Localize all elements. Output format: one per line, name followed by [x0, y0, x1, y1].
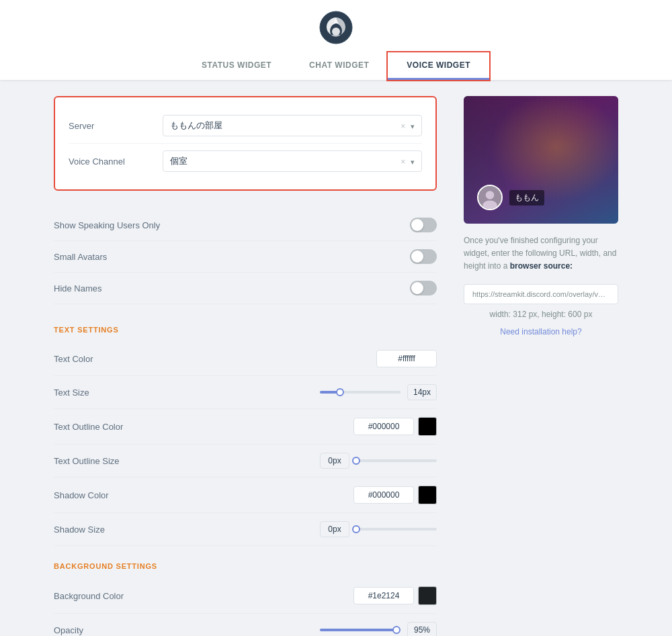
opacity-fill [320, 629, 396, 631]
shadow-size-track[interactable] [356, 528, 437, 531]
channel-arrow-icon: ▾ [411, 158, 415, 166]
opacity-group: 95% [320, 622, 437, 636]
tab-chat[interactable]: CHAT WIDGET [290, 52, 388, 80]
info-text: Once you've finished configuring your wi… [464, 234, 618, 273]
shadow-size-group: 0px [320, 521, 437, 537]
avatar-name: ももん [509, 190, 544, 206]
text-outline-color-group [353, 417, 437, 436]
text-shadow-color-row: Shadow Color [54, 478, 437, 513]
text-shadow-color-group [353, 486, 437, 504]
hide-names-row: Hide Names [54, 273, 437, 304]
text-size-label: Text Size [54, 388, 89, 398]
help-link[interactable]: Need installation help? [464, 327, 618, 336]
shadow-size-thumb[interactable] [352, 525, 360, 533]
svg-point-3 [486, 191, 495, 199]
bg-color-row: Background Color [54, 578, 437, 614]
server-value: ももんの部屋 [170, 120, 222, 132]
text-outline-color-swatch[interactable] [418, 417, 437, 436]
text-size-track[interactable] [320, 391, 401, 394]
avatar-overlay: ももん [477, 185, 544, 210]
text-outline-size-thumb[interactable] [352, 457, 360, 465]
server-label: Server [69, 121, 163, 131]
speaking-users-row: Show Speaking Users Only [54, 210, 437, 241]
opacity-value: 95% [407, 622, 437, 636]
text-size-value: 14px [407, 384, 437, 400]
tab-voice[interactable]: VOICE WIDGET [388, 52, 489, 80]
text-shadow-color-swatch[interactable] [418, 486, 437, 504]
text-shadow-color-input[interactable] [353, 486, 414, 504]
opacity-row: Opacity 95% [54, 614, 437, 636]
left-panel: Server ももんの部屋 × ▾ Voice Channel 個室 × ▾ [54, 96, 437, 636]
bg-settings-title: BACKGROUND SETTINGS [54, 562, 437, 570]
text-color-input[interactable] [376, 350, 437, 367]
text-color-label: Text Color [54, 354, 93, 364]
small-avatars-toggle[interactable] [410, 249, 437, 264]
opacity-track[interactable] [320, 629, 401, 631]
right-panel: ももん Once you've finished configuring you… [464, 96, 618, 636]
svg-point-1 [332, 28, 340, 36]
shadow-size-label: Shadow Size [54, 525, 105, 535]
preview-url[interactable]: https://streamkit.discord.com/overlay/vo… [464, 284, 618, 304]
preview-dimensions: width: 312 px, height: 600 px [464, 310, 618, 319]
text-size-group: 14px [320, 384, 437, 400]
preview-image: ももん [464, 96, 618, 224]
obs-logo [319, 11, 353, 44]
text-settings-title: TEXT SETTINGS [54, 326, 437, 334]
channel-select[interactable]: 個室 × ▾ [163, 150, 422, 172]
small-avatars-row: Small Avatars [54, 241, 437, 273]
channel-clear-icon[interactable]: × [401, 157, 405, 167]
bg-color-input[interactable] [353, 587, 414, 604]
nav-tabs: STATUS WIDGET CHAT WIDGET VOICE WIDGET [183, 52, 489, 80]
tab-status[interactable]: STATUS WIDGET [183, 52, 290, 80]
server-clear-icon[interactable]: × [401, 122, 405, 131]
server-section: Server ももんの部屋 × ▾ Voice Channel 個室 × ▾ [54, 96, 437, 191]
opacity-thumb[interactable] [392, 626, 401, 634]
text-outline-size-row: Text Outline Size 0px [54, 445, 437, 478]
shadow-size-value: 0px [320, 521, 349, 537]
text-color-row: Text Color [54, 342, 437, 376]
text-size-row: Text Size 14px [54, 376, 437, 409]
text-outline-color-input[interactable] [353, 418, 414, 435]
opacity-label: Opacity [54, 625, 83, 635]
text-size-thumb[interactable] [336, 388, 344, 396]
hide-names-label: Hide Names [54, 283, 102, 293]
bg-color-label: Background Color [54, 591, 124, 601]
text-outline-size-label: Text Outline Size [54, 456, 120, 466]
main-content: Server ももんの部屋 × ▾ Voice Channel 個室 × ▾ [0, 80, 672, 636]
server-select[interactable]: ももんの部屋 × ▾ [163, 115, 422, 136]
text-outline-color-label: Text Outline Color [54, 422, 123, 432]
text-color-group [376, 350, 437, 367]
header: STATUS WIDGET CHAT WIDGET VOICE WIDGET [0, 0, 672, 80]
text-outline-color-row: Text Outline Color [54, 409, 437, 445]
channel-label: Voice Channel [69, 156, 163, 167]
server-row: Server ももんの部屋 × ▾ [69, 108, 422, 143]
channel-row: Voice Channel 個室 × ▾ [69, 143, 422, 179]
bg-color-group [353, 586, 437, 605]
text-shadow-color-label: Shadow Color [54, 490, 109, 500]
text-outline-size-group: 0px [320, 453, 437, 469]
channel-value: 個室 [170, 155, 187, 167]
shadow-size-row: Shadow Size 0px [54, 513, 437, 546]
speaking-users-toggle[interactable] [410, 218, 437, 232]
server-arrow-icon: ▾ [411, 122, 415, 130]
text-outline-size-value: 0px [320, 453, 349, 469]
toggles-section: Show Speaking Users Only Small Avatars H… [54, 204, 437, 310]
hide-names-toggle[interactable] [410, 281, 437, 296]
small-avatars-label: Small Avatars [54, 252, 107, 262]
bg-color-swatch[interactable] [418, 586, 437, 605]
avatar [477, 185, 503, 210]
text-outline-size-track[interactable] [356, 459, 437, 462]
speaking-users-label: Show Speaking Users Only [54, 220, 160, 230]
svg-point-4 [482, 200, 497, 210]
